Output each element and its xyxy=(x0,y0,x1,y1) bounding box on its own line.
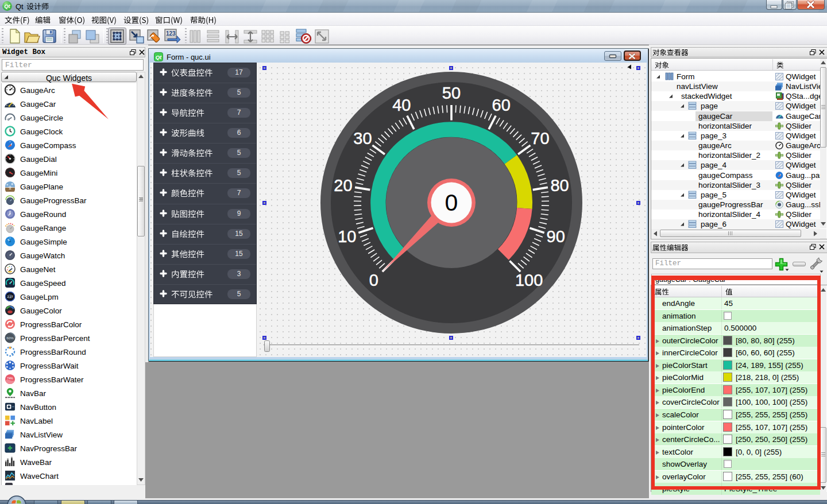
svg-text:20: 20 xyxy=(334,176,352,195)
svg-text:40: 40 xyxy=(392,96,411,114)
svg-text:80: 80 xyxy=(550,176,569,195)
svg-text:0: 0 xyxy=(369,271,378,289)
svg-text:60: 60 xyxy=(492,96,511,114)
svg-text:123: 123 xyxy=(166,30,176,37)
svg-text:60%: 60% xyxy=(6,336,14,340)
svg-text:30: 30 xyxy=(353,129,372,148)
svg-text:Qt: Qt xyxy=(156,54,162,60)
svg-text:Qt: Qt xyxy=(4,3,10,9)
svg-text:10: 10 xyxy=(338,227,356,246)
svg-text:100: 100 xyxy=(515,271,543,289)
svg-text:2.27: 2.27 xyxy=(7,295,13,298)
svg-text:74%: 74% xyxy=(7,377,13,380)
svg-text:0: 0 xyxy=(445,189,458,216)
svg-text:70: 70 xyxy=(531,129,549,148)
svg-text:90: 90 xyxy=(547,227,565,246)
svg-text:50: 50 xyxy=(442,84,461,102)
